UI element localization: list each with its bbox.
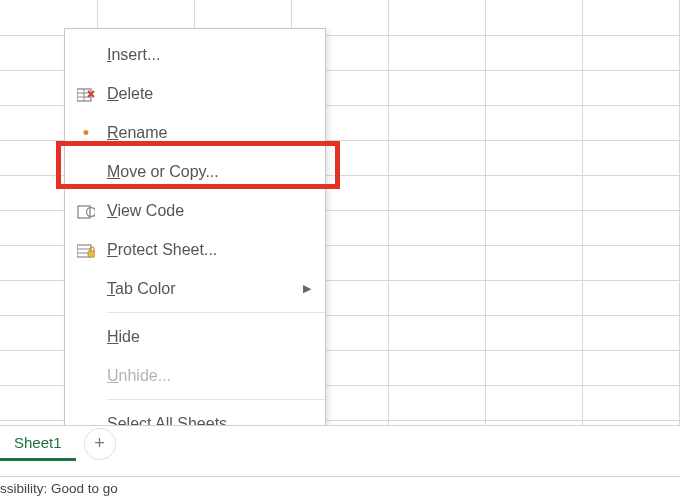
submenu-arrow-icon: ▶ — [303, 282, 311, 295]
menu-item-insert[interactable]: Insert... — [65, 35, 325, 74]
view-code-icon — [65, 203, 107, 219]
status-bar: ssibility: Good to go — [0, 476, 680, 500]
menu-item-label: View Code — [107, 202, 325, 220]
new-sheet-button[interactable]: + — [84, 428, 116, 460]
menu-item-label: Move or Copy... — [107, 163, 325, 181]
svg-line-8 — [94, 215, 95, 217]
protect-sheet-icon — [65, 242, 107, 258]
svg-rect-12 — [88, 251, 95, 257]
plus-icon: + — [94, 433, 105, 454]
menu-item-label: Insert... — [107, 46, 325, 64]
sheet-tab-context-menu: Insert... Delete • Rename Move or Copy..… — [64, 28, 326, 450]
unsaved-dot-icon: • — [65, 124, 107, 142]
menu-item-label: Unhide... — [107, 367, 325, 385]
menu-item-label: Protect Sheet... — [107, 241, 325, 259]
svg-point-7 — [87, 207, 96, 216]
menu-item-protect-sheet[interactable]: Protect Sheet... — [65, 230, 325, 269]
menu-separator — [107, 312, 325, 313]
sheet-tab-active[interactable]: Sheet1 — [0, 427, 76, 461]
menu-item-label: Tab Color — [107, 280, 325, 298]
menu-separator — [107, 399, 325, 400]
menu-item-delete[interactable]: Delete — [65, 74, 325, 113]
menu-item-rename[interactable]: • Rename — [65, 113, 325, 152]
menu-item-label: Rename — [107, 124, 325, 142]
accessibility-status: ssibility: Good to go — [0, 481, 118, 496]
menu-item-label: Delete — [107, 85, 325, 103]
sheet-tab-bar: Sheet1 + — [0, 425, 680, 461]
menu-item-hide[interactable]: Hide — [65, 317, 325, 356]
menu-item-tab-color[interactable]: Tab Color ▶ — [65, 269, 325, 308]
sheet-tab-label: Sheet1 — [14, 434, 62, 451]
menu-item-label: Hide — [107, 328, 325, 346]
menu-item-move-or-copy[interactable]: Move or Copy... — [65, 152, 325, 191]
menu-item-unhide: Unhide... — [65, 356, 325, 395]
menu-item-view-code[interactable]: View Code — [65, 191, 325, 230]
delete-sheet-icon — [65, 86, 107, 102]
